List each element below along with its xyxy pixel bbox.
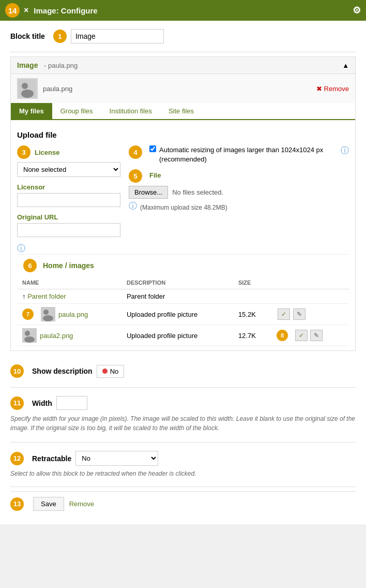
step-badge-12: 12 (10, 452, 24, 465)
file-table: NAME DESCRIPTION SIZE ↑ Parent folder Pa… (17, 276, 349, 346)
no-files-text: No files selected. (172, 188, 223, 196)
close-button[interactable]: × (24, 6, 28, 15)
retractable-row: 12 Retractable No Yes Auto (10, 447, 356, 470)
tab-site-files[interactable]: Site files (160, 103, 202, 119)
step-badge-7: 7 (22, 308, 34, 320)
url-info-icon[interactable]: ⓘ (17, 244, 25, 253)
svg-point-4 (43, 310, 49, 315)
toggle-dot (102, 369, 108, 374)
parent-folder-row: ↑ Parent folder Parent folder (17, 289, 349, 304)
col-name: NAME (17, 276, 121, 289)
tab-institution-files[interactable]: Institution files (101, 103, 160, 119)
image-name: paula.png (43, 85, 316, 93)
original-url-input[interactable] (17, 223, 120, 237)
col-description: DESCRIPTION (121, 276, 233, 289)
file-1-select-button[interactable]: ✓ (278, 308, 290, 320)
upload-section: Upload file 3 License None selected Lice… (11, 126, 355, 350)
svg-point-5 (43, 315, 53, 321)
gear-icon[interactable]: ⚙ (353, 5, 361, 16)
width-label: Width (32, 399, 52, 407)
file-2-thumb (22, 328, 37, 343)
licensor-group: Licensor (17, 183, 120, 207)
image-section-header: Image - paula.png ▲ (11, 57, 355, 74)
file-2-select-button[interactable]: ✓ (295, 330, 308, 341)
width-row: 11 Width (10, 392, 356, 414)
licensor-label: Licensor (17, 183, 120, 191)
auto-resize-checkbox[interactable] (149, 145, 156, 152)
block-title-input[interactable] (71, 29, 164, 43)
license-group: None selected (17, 162, 120, 177)
step-badge-10: 10 (10, 364, 24, 378)
license-label: License (35, 149, 59, 156)
svg-point-2 (21, 90, 34, 98)
file-label: File (149, 171, 161, 179)
step-badge-5: 5 (129, 169, 142, 183)
width-input[interactable] (56, 396, 87, 410)
licensor-input[interactable] (17, 193, 120, 207)
max-upload-text: (Maximum upload size 48.2MB) (140, 204, 227, 211)
footer-remove-link[interactable]: Remove (69, 500, 94, 508)
col-actions (271, 276, 349, 289)
file-1-actions: ✓ ✎ (271, 304, 349, 325)
retractable-help: Select to allow this block to be retract… (10, 470, 356, 482)
retractable-select[interactable]: No Yes Auto (75, 451, 158, 466)
step-badge-1: 1 (53, 30, 67, 43)
title-bar: 14 × Image: Configure ⚙ (0, 0, 366, 21)
x-icon: ✖ (316, 85, 322, 93)
remove-label: Remove (324, 85, 349, 93)
file-row-1: 7 paula.png Uploaded profile picture 15.… (17, 304, 349, 325)
file-1-edit-button[interactable]: ✎ (293, 308, 306, 320)
step-badge-6: 6 (23, 259, 37, 272)
step-badge-3: 3 (17, 145, 30, 159)
title-badge: 14 (5, 3, 20, 18)
block-title-row: Block title 1 (10, 29, 356, 43)
collapse-icon[interactable]: ▲ (342, 62, 349, 69)
svg-point-8 (24, 336, 35, 343)
step-badge-13: 13 (10, 497, 24, 511)
file-row: Browse... No files selected. (129, 186, 349, 199)
image-thumbnail (17, 78, 38, 99)
auto-resize-row: 4 Automatic resizing of images larger th… (129, 145, 349, 164)
original-url-label: Original URL (17, 213, 120, 221)
svg-point-1 (22, 83, 28, 89)
remove-image-button[interactable]: ✖ Remove (316, 85, 349, 93)
image-section-title: Image (17, 61, 38, 69)
svg-point-7 (25, 331, 30, 336)
file-info-icon[interactable]: ⓘ (129, 201, 137, 212)
show-description-row: 10 Show description No (10, 359, 356, 383)
tabs-row: My files Group files Institution files S… (11, 103, 355, 120)
title-text: Image: Configure (34, 6, 97, 15)
show-description-label: Show description (32, 367, 93, 375)
step-badge-11: 11 (10, 396, 24, 410)
file-2-desc: Uploaded profile picture (121, 325, 233, 346)
upload-title: Upload file (17, 130, 349, 139)
license-select[interactable]: None selected (17, 162, 120, 177)
breadcrumb: Home / images (43, 261, 94, 270)
show-description-toggle[interactable]: No (97, 365, 125, 378)
auto-resize-info-icon[interactable]: ⓘ (341, 145, 349, 156)
file-row-2: paula2.png Uploaded profile picture 12.7… (17, 325, 349, 346)
file-1-desc: Uploaded profile picture (121, 304, 233, 325)
tab-my-files[interactable]: My files (11, 103, 52, 119)
file-2-actions: 8 ✓ ✎ (271, 325, 349, 346)
footer-row: 13 Save Remove (10, 491, 356, 516)
file-label-row: 5 File (129, 169, 349, 183)
original-url-group: Original URL (17, 213, 120, 237)
image-row: paula.png ✖ Remove (11, 74, 355, 103)
left-col: 3 License None selected Licensor Origina… (17, 145, 120, 254)
file-2-edit-button[interactable]: ✎ (310, 330, 323, 341)
file-2-name[interactable]: paula2.png (40, 332, 73, 340)
file-1-name[interactable]: paula.png (58, 311, 88, 318)
file-1-size: 15.2K (233, 304, 271, 325)
right-col: 4 Automatic resizing of images larger th… (129, 145, 349, 254)
parent-folder-desc: Parent folder (121, 289, 233, 304)
content-area: Block title 1 Image - paula.png ▲ paula.… (0, 21, 366, 524)
breadcrumb-row: 6 Home / images (17, 254, 349, 276)
file-1-thumb (41, 307, 55, 321)
tab-group-files[interactable]: Group files (52, 103, 101, 119)
browse-button[interactable]: Browse... (129, 186, 168, 199)
parent-folder-name[interactable]: Parent folder (27, 292, 66, 300)
file-2-name-cell: paula2.png (17, 325, 121, 346)
save-button[interactable]: Save (33, 497, 64, 511)
step-badge-4: 4 (129, 145, 142, 159)
